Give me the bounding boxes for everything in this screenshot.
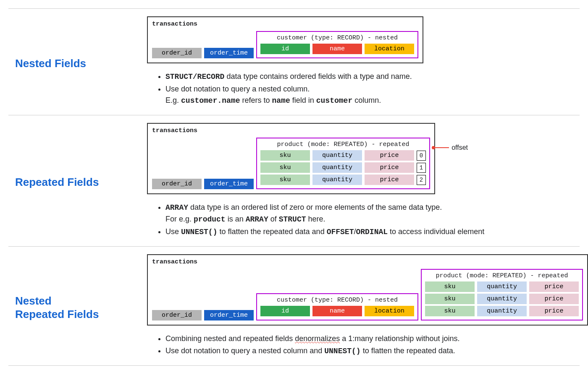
offset-1: 1	[417, 163, 426, 173]
left-col: Nested Fields	[8, 16, 139, 111]
transactions-box: transactions order_id order_time custome…	[147, 254, 588, 326]
rep-sku: sku	[260, 175, 310, 185]
rep-qty: quantity	[477, 306, 527, 316]
rep-qty: quantity	[477, 294, 527, 304]
nested-caption: customer (type: RECORD) - nested	[260, 34, 414, 42]
nested-name: name	[312, 306, 362, 316]
nested-location: location	[365, 44, 414, 54]
bullet: ARRAY data type is an ordered list of ze…	[165, 202, 580, 225]
repeated-stack: sku quantity price sku quantity price sk…	[425, 281, 579, 316]
rep-sku: sku	[425, 306, 475, 316]
bullet: Use UNNEST() to flatten the repeated dat…	[165, 226, 580, 238]
nested-customer: customer (type: RECORD) - nested id name…	[256, 293, 418, 320]
offset-0: 0	[417, 151, 426, 161]
offset-callout: offset	[434, 144, 468, 151]
nested-id: id	[260, 44, 310, 54]
section-title: NestedRepeated Fields	[15, 294, 99, 320]
repeated-caption: product (mode: REPEATED) - repeated	[425, 272, 579, 279]
right-col: transactions order_id order_time custome…	[147, 16, 580, 111]
repeated-stack: sku quantity price 0 sku quantity price …	[260, 150, 426, 185]
callout-line-icon	[434, 147, 449, 148]
section-title: Nested Fields	[15, 57, 86, 70]
rep-sku: sku	[425, 281, 475, 292]
rep-sku: sku	[260, 162, 310, 173]
rep-qty: quantity	[312, 175, 362, 185]
col-order-time: order_time	[204, 179, 254, 189]
table-row: order_id order_time product (mode: REPEA…	[152, 138, 430, 189]
offset-2: 2	[417, 175, 426, 185]
left-col: Repeated Fields	[8, 123, 139, 242]
nested-name: name	[312, 44, 362, 54]
repeated-row: sku quantity price 1	[260, 162, 426, 173]
repeated-row: sku quantity price	[425, 294, 579, 304]
rep-qty: quantity	[312, 162, 362, 173]
nested-id: id	[260, 306, 310, 316]
nested-location: location	[365, 306, 414, 316]
repeated-caption: product (mode: REPEATED) - repeated	[260, 141, 426, 148]
nested-row: id name location	[260, 44, 414, 54]
col-order-id: order_id	[152, 310, 202, 320]
section-title: Repeated Fields	[15, 176, 99, 189]
repeated-row: sku quantity price 0	[260, 150, 426, 161]
table-title: transactions	[152, 21, 418, 28]
nested-customer: customer (type: RECORD) - nested id name…	[256, 31, 418, 58]
nested-caption: customer (type: RECORD) - nested	[260, 297, 414, 304]
rep-qty: quantity	[477, 281, 527, 292]
section-nested: Nested Fields transactions order_id orde…	[8, 8, 580, 115]
bullet-list: STRUCT/RECORD data type contains ordered…	[158, 71, 580, 107]
right-col: transactions order_id order_time custome…	[147, 254, 588, 361]
repeated-row: sku quantity price	[425, 306, 579, 316]
table-row: order_id order_time customer (type: RECO…	[152, 31, 418, 58]
rep-price: price	[365, 175, 414, 185]
offset-label: offset	[452, 144, 468, 151]
left-col: NestedRepeated Fields	[8, 254, 139, 361]
col-order-time: order_time	[204, 48, 254, 58]
transactions-box: transactions order_id order_time custome…	[147, 16, 423, 63]
rep-price: price	[529, 294, 579, 304]
col-order-id: order_id	[152, 48, 202, 58]
table-title: transactions	[152, 127, 430, 134]
col-order-id: order_id	[152, 179, 202, 189]
rep-price: price	[365, 162, 414, 173]
bullet-list: ARRAY data type is an ordered list of ze…	[158, 202, 580, 238]
rep-price: price	[529, 306, 579, 316]
rep-price: price	[529, 281, 579, 292]
bullet: Use dot notation to query a nested colum…	[165, 83, 580, 107]
table-title: transactions	[152, 258, 583, 266]
table-row: order_id order_time customer (type: RECO…	[152, 269, 583, 320]
col-order-time: order_time	[204, 310, 254, 320]
rep-price: price	[365, 150, 414, 161]
bullet-list: Combining nested and repeated fields den…	[158, 333, 588, 357]
repeated-product: product (mode: REPEATED) - repeated sku …	[256, 138, 430, 189]
bullet: Combining nested and repeated fields den…	[165, 333, 588, 344]
bullet: STRUCT/RECORD data type contains ordered…	[165, 71, 580, 83]
section-nested-repeated: NestedRepeated Fields transactions order…	[8, 246, 580, 366]
callout-dot-icon	[432, 146, 435, 149]
section-repeated: Repeated Fields transactions order_id or…	[8, 115, 580, 246]
repeated-row: sku quantity price	[425, 281, 579, 292]
rep-sku: sku	[260, 150, 310, 161]
rep-sku: sku	[425, 294, 475, 304]
rep-qty: quantity	[312, 150, 362, 161]
repeated-product: product (mode: REPEATED) - repeated sku …	[421, 269, 583, 320]
transactions-box: transactions order_id order_time product…	[147, 123, 435, 194]
repeated-row: sku quantity price 2	[260, 175, 426, 185]
bullet: Use dot notation to query a nested colum…	[165, 345, 588, 357]
nested-row: id name location	[260, 306, 414, 316]
right-col: transactions order_id order_time product…	[147, 123, 580, 242]
